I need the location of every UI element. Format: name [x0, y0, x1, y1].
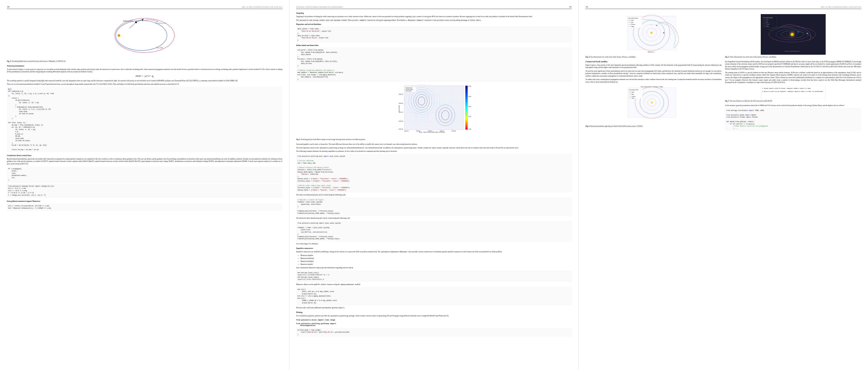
svg-text:Earth: Earth: [632, 92, 634, 93]
svg-point-56: [651, 32, 653, 34]
svg-text:42.36: 42.36: [468, 86, 471, 87]
svg-text:Arrival date: Arrival date: [398, 105, 400, 112]
svg-text:14.36: 14.36: [468, 129, 471, 130]
svg-text:Inner Solar System: Inner Solar System: [628, 18, 638, 19]
figure-3-container: 42.36 35.36 28.36 21.36 14.36 Earth - Ma…: [296, 84, 571, 141]
svg-point-96: [789, 31, 795, 38]
plotting-p3: The following example illustrates the pl…: [296, 150, 571, 152]
figure-2-container: Initial position Osculating orbit True o…: [7, 12, 282, 63]
natural-perturbations-p2: The resulting equation is usually integr…: [7, 80, 282, 82]
fig7-caption: Fig. 7: Two-Line Element set (TLE) for t…: [725, 100, 861, 103]
svg-text:2021-07-01 00:00:00.000 UTC: 2021-07-01 00:00:00.000 UTC: [784, 51, 800, 52]
commercial-p3: To address this issue, semianalytical pr…: [586, 78, 722, 83]
page-142: 142 PROC. OF THE 21st PYTHON IN SCIENCE …: [579, 0, 868, 370]
svg-text:2 25544  51.6449 176 28.253903: 2 25544 51.6449 176 28.25390347 .0005454…: [762, 91, 823, 92]
svg-text:Halley: Halley: [766, 26, 769, 27]
svg-text:2021-04: 2021-04: [428, 131, 432, 132]
hohmann-code: orb_i = Orbit.circular(Earth, alt=700 <<…: [7, 203, 282, 210]
porkchop-import: from poliastro.plotting.porkchop import …: [296, 322, 571, 326]
continuous-thrust-p1: Beyond natural perturbations, spacecraft…: [7, 158, 282, 165]
page-number-140: 140: [7, 6, 9, 8]
svg-text:Inner Solar System: Inner Solar System: [763, 17, 773, 19]
poliastro-util-heading: from poliastro.utils import time_range: [296, 319, 571, 321]
maneuver-hohmann: Maneuver.hohmann: [301, 257, 571, 260]
page-number-142: 142: [586, 6, 588, 8]
svg-text:Mars: Mars: [631, 22, 633, 23]
plotting-section-heading: Plotting: [296, 311, 571, 313]
natural-perturbations-heading: Natural perturbations: [7, 65, 282, 67]
svg-point-101: [798, 31, 799, 33]
document-container: 140 PROC. OF THE 21st PYTHON IN SCIENCE …: [0, 0, 868, 370]
svg-text:Mars: Mars: [766, 22, 768, 23]
svg-text:2022-04: 2022-04: [452, 131, 456, 132]
svg-text:Initial position: Initial position: [123, 20, 133, 22]
svg-text:2022-10: 2022-10: [399, 94, 403, 95]
maneuver-from-heading: from poliastro.maneuver import Maneuver: [7, 200, 282, 202]
svg-text:2020-04: 2020-04: [404, 131, 409, 132]
plotting-code-1: from poliastro.plotting.misc import plot…: [296, 154, 571, 192]
svg-text:1 25544U 98067A   22156.573715: 1 25544U 98067A 22156.57371586 .00005647…: [762, 88, 811, 89]
maneuver-section-intro: from poliastro.maneuver import Maneuver …: [7, 200, 282, 210]
static-2d-intro: The static two-dimensional plot can be c…: [296, 194, 571, 196]
perturbation-code: @jit def combined_a_d( t0, state, k, J2,…: [7, 87, 282, 152]
svg-text:Hohmann dates: Hohmann dates: [406, 89, 413, 90]
maneuver-list: Maneuver.impulse Maneuver.hohmann Maneuv…: [301, 254, 571, 266]
svg-point-3: [118, 34, 120, 37]
svg-text:35.36: 35.36: [468, 96, 471, 97]
porkchop-plot: 42.36 35.36 28.36 21.36 14.36 Earth - Ma…: [296, 84, 571, 137]
page-header-142: 142 PROC. OF THE 21st PYTHON IN SCIENCE …: [586, 6, 861, 9]
maneuver-lambert: Maneuver.lambert: [301, 263, 571, 266]
svg-text:Halley: Halley: [632, 98, 634, 99]
orbits-code: orb_earth = Orbit.from_ephem( Sun, Ephem…: [296, 48, 571, 82]
interactive-3d-code: from poliastro.plotting import plot_sola…: [296, 221, 571, 241]
svg-rect-13: [404, 86, 464, 130]
right-col-top: Inner Solar System Earth Mars Florence H…: [725, 12, 861, 132]
left-col-top: Inner Solar System Earth Mars Florence H…: [586, 12, 722, 132]
svg-text:Osculating orbit: Osculating orbit: [155, 22, 166, 24]
figure-5-container: Inner Solar System Earth Mars Florence H…: [725, 14, 861, 58]
proc-title-141: POLIASTRO: A PYTHON LIBRARY FOR INTERACT…: [296, 6, 343, 8]
result-p: As a result, figure 5 is obtained.: [296, 243, 571, 245]
svg-text:Mars: Mars: [632, 94, 634, 95]
inner-solar-3d-figure: Inner Solar System Earth Mars Florence H…: [725, 14, 861, 55]
svg-text:2021-10: 2021-10: [399, 112, 403, 113]
departure-arrival-heading: Departure and arrival datetimes: [296, 23, 571, 25]
define-orbits-heading: Define initial and final orbits: [296, 44, 571, 47]
fig5-caption: Fig. 5: Three-dimensional view of the in…: [725, 56, 861, 58]
impulsive-p2: Once instantiated, Maneuver objects prov…: [296, 266, 571, 269]
svg-text:2020-10: 2020-10: [399, 129, 403, 130]
targeting-p1: Targeting is the problem of finding the …: [296, 16, 571, 18]
targeting-p2: The poliastro.iod package contains izzo …: [296, 19, 571, 22]
commercial-p2: At least the most significant of these p…: [586, 70, 722, 77]
svg-text:True orbit: True orbit: [156, 47, 163, 49]
tle-code: from astropy.coordinates import TEME, GC…: [725, 108, 861, 131]
maneuver-info-code: >>> hoh.get_total_cost() <Quantity 3.617…: [296, 271, 571, 282]
svg-text:21.36: 21.36: [468, 116, 471, 117]
svg-text:2021-10: 2021-10: [440, 131, 444, 132]
fig3-caption: Fig. 3: Porkchop plot for Earth-Mars tra…: [296, 139, 571, 141]
svg-text:2021-04: 2021-04: [399, 120, 403, 122]
figures-top-row: Inner Solar System Earth Mars Florence H…: [586, 12, 861, 132]
targeting-heading: Targeting: [296, 12, 571, 14]
impulsive-maneuvers-heading: Impulsive maneuvers: [296, 247, 571, 249]
svg-text:Mars planets: Mars planets: [406, 90, 412, 91]
svg-text:Halley: Halley: [631, 26, 634, 27]
plotting-intro-p: For visualization purposes, poliastro pr…: [296, 315, 571, 317]
svg-text:2022-04: 2022-04: [399, 103, 403, 104]
datetime-code: date_launch = time.Time( "2011-01-01 00:…: [296, 27, 571, 42]
propagate-code: ff = propagate( orbit, tofs, ad=method-c…: [7, 167, 282, 182]
svg-text:Earth: Earth: [766, 20, 769, 21]
svg-point-64: [646, 32, 647, 32]
natural-perturbations-p1: As showcased in Figure 2, at any point i…: [7, 68, 282, 73]
page-header-140: 140 PROC. OF THE 21st PYTHON IN SCIENCE …: [7, 6, 282, 9]
proc-title-142: PROC. OF THE 21st PYTHON IN SCIENCE CONF…: [821, 6, 861, 8]
figure-6-container: Inner Solar System + Florence + Halley S…: [586, 85, 722, 127]
svg-point-61: [656, 25, 657, 26]
svg-rect-32: [465, 86, 468, 130]
page-141: POLIASTRO: A PYTHON LIBRARY FOR INTERACT…: [289, 0, 579, 370]
equation-1: d²r/dt² = −μ/r³ r + aj: [7, 75, 282, 78]
svg-text:2020-10: 2020-10: [416, 131, 421, 132]
apply-maneuver-code: >>> orb_1 4378 x 378 km x 0.0 deg (GCRS)…: [296, 287, 571, 306]
svg-point-62: [663, 32, 664, 33]
svg-text:Periapsis date: Periapsis date: [406, 87, 412, 88]
